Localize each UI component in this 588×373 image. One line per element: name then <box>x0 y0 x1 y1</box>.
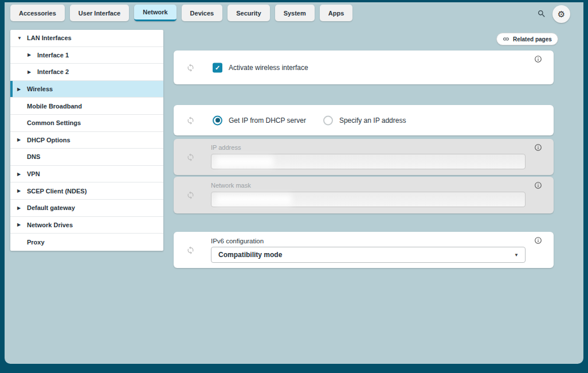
sidebar-item-lan-interfaces[interactable]: ▼ LAN Interfaces <box>10 30 163 47</box>
sidebar-item-label: Wireless <box>27 86 53 92</box>
sidebar-item-interface-2[interactable]: ▶ Interface 2 <box>10 64 163 81</box>
sidebar-item-label: Interface 2 <box>37 68 69 75</box>
sidebar-item-label: Default gateway <box>27 204 75 211</box>
triangle-right-icon: ▶ <box>17 188 27 193</box>
check-icon: ✓ <box>215 64 220 71</box>
tab-user-interface[interactable]: User Interface <box>70 5 129 21</box>
ip-address-input <box>211 154 526 169</box>
sidebar-item-dns[interactable]: DNS <box>10 149 163 166</box>
reset-to-default-icon[interactable] <box>186 153 195 161</box>
gear-icon: ⚙ <box>558 9 565 20</box>
radio-label-specify-ip: Specify an IP address <box>339 116 406 125</box>
settings-window: Accessories User Interface Network Devic… <box>0 0 588 373</box>
settings-nav-sidebar: ▼ LAN Interfaces ▶ Interface 1 ▶ Interfa… <box>10 30 163 251</box>
sidebar-item-label: Network Drives <box>27 222 73 228</box>
sidebar-item-label: Mobile Broadband <box>27 103 82 110</box>
sidebar-item-label: Interface 1 <box>37 52 69 59</box>
sidebar-item-dhcp-options[interactable]: ▶ DHCP Options <box>10 132 163 149</box>
radio-label-dhcp: Get IP from DHCP server <box>229 116 306 125</box>
redacted-value <box>216 157 273 167</box>
radio-specify-ip-address[interactable] <box>323 115 333 125</box>
info-icon[interactable] <box>534 236 542 244</box>
sidebar-item-default-gateway[interactable]: ▶ Default gateway <box>10 200 163 217</box>
sidebar-item-scep-client-ndes[interactable]: ▶ SCEP Client (NDES) <box>10 182 163 200</box>
sidebar-item-wireless[interactable]: ▶ Wireless <box>10 81 163 98</box>
link-icon <box>503 36 509 42</box>
network-mask-label: Network mask <box>211 182 251 189</box>
sidebar-item-label: VPN <box>27 170 40 177</box>
sidebar-item-label: Common Settings <box>27 119 81 126</box>
reset-to-default-icon[interactable] <box>186 246 195 254</box>
activate-wireless-label: Activate wireless interface <box>229 64 308 72</box>
redacted-value <box>216 195 292 205</box>
triangle-right-icon: ▶ <box>17 87 27 92</box>
search-icon[interactable] <box>537 9 546 18</box>
radio-get-ip-from-dhcp[interactable] <box>213 115 222 125</box>
sidebar-item-vpn[interactable]: ▶ VPN <box>10 166 163 183</box>
account-settings-button[interactable]: ⚙ <box>552 5 570 23</box>
triangle-right-icon: ▶ <box>17 205 27 211</box>
triangle-down-icon: ▼ <box>17 36 27 41</box>
tab-devices[interactable]: Devices <box>182 5 223 21</box>
related-pages-button[interactable]: Related pages <box>496 33 558 45</box>
tab-system[interactable]: System <box>275 5 315 21</box>
triangle-right-icon: ▶ <box>28 69 37 75</box>
sidebar-item-network-drives[interactable]: ▶ Network Drives <box>10 217 163 234</box>
reset-to-default-icon[interactable] <box>186 116 195 125</box>
activate-wireless-card: ✓ Activate wireless interface <box>174 50 554 84</box>
tab-bar: Accessories User Interface Network Devic… <box>10 5 352 21</box>
ipv6-configuration-card: IPv6 configuration Compatibility mode ▼ <box>174 232 554 268</box>
ipv6-configuration-label: IPv6 configuration <box>211 238 264 244</box>
sidebar-item-proxy[interactable]: Proxy <box>10 234 163 251</box>
sidebar-item-common-settings[interactable]: Common Settings <box>10 115 163 132</box>
sidebar-item-label: DHCP Options <box>27 137 70 143</box>
ip-address-label: IP address <box>211 144 241 151</box>
network-mask-input <box>211 192 526 207</box>
triangle-right-icon: ▶ <box>17 222 27 227</box>
info-icon[interactable] <box>534 143 542 151</box>
sidebar-item-label: DNS <box>27 153 40 160</box>
ip-address-card: IP address <box>174 139 554 175</box>
triangle-right-icon: ▶ <box>17 172 27 177</box>
info-icon[interactable] <box>534 55 542 63</box>
reset-to-default-icon[interactable] <box>186 63 195 72</box>
tab-apps[interactable]: Apps <box>320 5 353 21</box>
sidebar-item-interface-1[interactable]: ▶ Interface 1 <box>10 47 163 64</box>
ipv6-selected-value: Compatibility mode <box>218 251 282 259</box>
ipv6-configuration-select[interactable]: Compatibility mode ▼ <box>211 247 526 263</box>
ip-mode-card: Get IP from DHCP server Specify an IP ad… <box>174 105 554 135</box>
sidebar-item-mobile-broadband[interactable]: Mobile Broadband <box>10 98 163 115</box>
sidebar-item-label: SCEP Client (NDES) <box>27 188 87 195</box>
tab-accessories[interactable]: Accessories <box>10 5 65 21</box>
network-mask-card: Network mask <box>174 177 554 213</box>
activate-wireless-checkbox[interactable]: ✓ <box>213 63 222 72</box>
sidebar-item-label: LAN Interfaces <box>27 34 72 41</box>
triangle-right-icon: ▶ <box>17 137 27 142</box>
tab-security[interactable]: Security <box>228 5 269 21</box>
info-icon[interactable] <box>534 181 542 189</box>
triangle-right-icon: ▶ <box>28 52 37 57</box>
chevron-down-icon: ▼ <box>514 252 519 258</box>
tab-network[interactable]: Network <box>134 5 176 21</box>
reset-to-default-icon[interactable] <box>186 191 195 200</box>
related-pages-label: Related pages <box>513 36 552 42</box>
sidebar-item-label: Proxy <box>27 239 45 246</box>
